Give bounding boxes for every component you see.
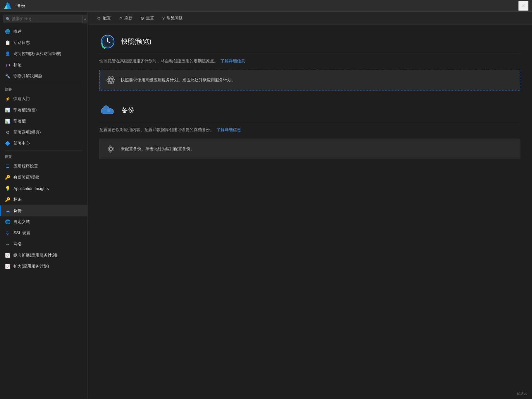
sidebar-item-label: 网络 <box>13 242 22 247</box>
sidebar-item-ssl[interactable]: 🛡 SSL 设置 <box>0 227 87 239</box>
sidebar-item-label: 访问控制(标识和访问管理) <box>13 51 61 56</box>
chart-icon: 📊 <box>5 107 11 113</box>
sidebar-item-activity-log[interactable]: 📋 活动日志 <box>0 37 87 48</box>
sidebar-item-tags[interactable]: 🏷 标记 <box>0 59 87 71</box>
cloud-svg <box>100 103 115 118</box>
menu-icon: ☰ <box>5 163 11 169</box>
refresh-icon: ↻ <box>119 16 123 20</box>
user-icon: 👤 <box>5 51 11 57</box>
snapshot-divider <box>99 53 520 53</box>
key-icon: 🔑 <box>5 174 11 180</box>
sidebar-item-access-control[interactable]: 👤 访问控制(标识和访问管理) <box>0 48 87 59</box>
sidebar-item-deploy-slots-preview[interactable]: 📊 部署槽(预览) <box>0 105 87 116</box>
sidebar-item-overview[interactable]: 🌐 概述 <box>0 26 87 37</box>
search-input[interactable] <box>4 15 84 23</box>
close-button[interactable]: ✕ <box>518 1 528 11</box>
globe2-icon: 🌐 <box>5 219 11 225</box>
sidebar-item-backup[interactable]: ☁ 备份 <box>0 205 87 216</box>
search-icon: 🔍 <box>6 17 10 21</box>
sidebar-item-scale-up[interactable]: 📈 纵向扩展(应用服务计划) <box>0 250 87 261</box>
title-bar: · 备份 ✕ <box>0 0 532 12</box>
sidebar-search-area: 🔍 <box>0 12 87 26</box>
key2-icon: 🔑 <box>5 197 11 203</box>
backup-section-icon <box>99 102 116 118</box>
backup-description: 配置备份以对应用内容、配置和数据库创建可恢复的存档备份。 了解详细信息 <box>99 127 520 133</box>
snapshot-description: 快照托管在高级应用服务计划时，将自动创建应用的定期还原点。 了解详细信息 <box>99 58 520 64</box>
sidebar-item-label: 扩大(应用服务计划) <box>13 264 49 269</box>
reset-icon: ⊘ <box>141 16 144 20</box>
faq-button[interactable]: ? 常见问题 <box>159 14 186 23</box>
lightning-icon: ⚡ <box>5 96 11 102</box>
toolbar: ⚙ 配置 ↻ 刷新 ⊘ 重置 ? 常见问题 <box>88 12 532 25</box>
diamond-icon: 🔷 <box>5 141 11 146</box>
list-icon: 📋 <box>5 40 11 46</box>
chart2-icon: 📊 <box>5 118 11 124</box>
shield-icon: 🛡 <box>5 230 11 236</box>
title-bar-text: · 备份 <box>15 3 518 8</box>
sidebar-item-quickstart[interactable]: ⚡ 快速入门 <box>0 93 87 105</box>
sidebar-item-custom-domain[interactable]: 🌐 自定义域 <box>0 216 87 227</box>
main-content: 快照(预览) 快照托管在高级应用服务计划时，将自动创建应用的定期还原点。 了解详… <box>88 25 532 399</box>
tag-icon: 🏷 <box>5 62 11 68</box>
nav-divider-1 <box>5 83 83 83</box>
backup-configure-box[interactable]: 未配置备份。单击此处为应用配置备份。 <box>99 139 520 159</box>
globe-icon: 🌐 <box>5 29 11 35</box>
backup-header: 备份 <box>99 102 520 118</box>
backup-section: 备份 配置备份以对应用内容、配置和数据库创建可恢复的存档备份。 了解详细信息 未… <box>99 102 520 159</box>
backup-divider <box>99 122 520 122</box>
reset-button[interactable]: ⊘ 重置 <box>137 14 158 23</box>
clock-svg <box>100 34 115 49</box>
sidebar-item-scale-out[interactable]: 📈 扩大(应用服务计划) <box>0 261 87 272</box>
svg-point-7 <box>110 79 112 81</box>
snapshot-learn-more-link[interactable]: 了解详细信息 <box>221 59 245 63</box>
sidebar-item-label: Application Insights <box>13 186 49 191</box>
config-label: 配置 <box>103 16 111 21</box>
sidebar-collapse-button[interactable]: « <box>82 15 88 23</box>
sidebar-item-label: 部署槽 <box>13 119 26 124</box>
snapshot-info-text: 快照要求使用高级应用服务计划。点击此处升级应用服务计划。 <box>121 78 235 83</box>
settings-section-label: 设置 <box>0 152 87 161</box>
sidebar-item-label: 快速入门 <box>13 96 30 102</box>
snapshot-header: 快照(预览) <box>99 33 520 49</box>
sidebar-item-deploy-options[interactable]: ⚙ 部署选项(经典) <box>0 127 87 138</box>
snapshot-section: 快照(预览) 快照托管在高级应用服务计划时，将自动创建应用的定期还原点。 了解详… <box>99 33 520 90</box>
sidebar-item-label: 诊断并解决问题 <box>13 73 42 79</box>
gear2-icon <box>106 144 116 154</box>
snapshot-info-box[interactable]: 快照要求使用高级应用服务计划。点击此处升级应用服务计划。 <box>99 70 520 90</box>
svg-point-12 <box>109 148 112 150</box>
sidebar-item-deploy-slots[interactable]: 📊 部署槽 <box>0 116 87 127</box>
reset-label: 重置 <box>146 16 154 21</box>
sidebar-item-network[interactable]: ↔ 网络 <box>0 239 87 250</box>
nav-divider-2 <box>5 150 83 150</box>
bulb-icon: 💡 <box>5 186 11 191</box>
sidebar-item-label: 部署选项(经典) <box>13 130 41 135</box>
config-icon: ⚙ <box>97 16 101 20</box>
sidebar-item-identity[interactable]: 🔑 标识 <box>0 194 87 205</box>
refresh-button[interactable]: ↻ 刷新 <box>116 14 136 23</box>
backup-title: 备份 <box>121 106 134 115</box>
sidebar-item-label: SSL 设置 <box>13 230 30 236</box>
sidebar-item-label: 自定义域 <box>13 219 30 225</box>
sidebar-item-app-insights[interactable]: 💡 Application Insights <box>0 183 87 194</box>
sidebar-item-deploy-center[interactable]: 🔷 部署中心 <box>0 138 87 149</box>
main-layout: 🔍 « 🌐 概述 📋 活动日志 👤 访问控制(标识和访问管理) 🏷 标记 <box>0 12 532 399</box>
config-button[interactable]: ⚙ 配置 <box>94 14 114 23</box>
snapshot-icon <box>99 33 116 49</box>
sidebar-item-diagnose[interactable]: 🔧 诊断并解决问题 <box>0 71 87 82</box>
scale-out-icon: 📈 <box>5 263 11 269</box>
sidebar-item-label: 身份验证/授权 <box>13 175 39 180</box>
gear-icon: ⚙ <box>5 129 11 135</box>
snapshot-title: 快照(预览) <box>121 37 151 46</box>
sidebar-item-auth[interactable]: 🔑 身份验证/授权 <box>0 172 87 183</box>
network-icon: ↔ <box>5 241 11 247</box>
watermark: 亿速云 <box>517 391 527 396</box>
sidebar-item-label: 部署中心 <box>13 141 30 146</box>
sidebar-item-label: 应用程序设置 <box>13 164 38 169</box>
sidebar-item-label: 标识 <box>13 197 22 202</box>
faq-icon: ? <box>162 16 165 20</box>
sidebar: 🔍 « 🌐 概述 📋 活动日志 👤 访问控制(标识和访问管理) 🏷 标记 <box>0 12 88 399</box>
faq-label: 常见问题 <box>166 16 183 21</box>
backup-learn-more-link[interactable]: 了解详细信息 <box>216 127 241 132</box>
sidebar-navigation: 🌐 概述 📋 活动日志 👤 访问控制(标识和访问管理) 🏷 标记 🔧 诊断并解决… <box>0 26 87 399</box>
sidebar-item-app-settings[interactable]: ☰ 应用程序设置 <box>0 161 87 172</box>
